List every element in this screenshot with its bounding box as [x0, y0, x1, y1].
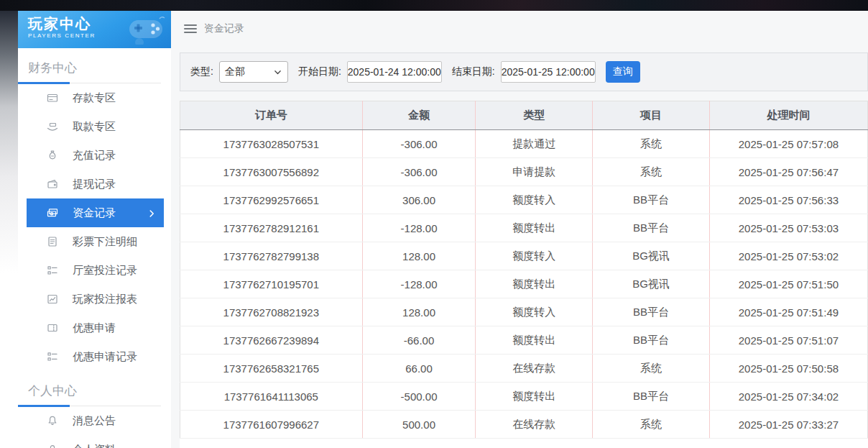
sidebar-item-label: 玩家投注报表	[73, 293, 137, 306]
table-cell: -66.00	[362, 326, 476, 355]
table-cell: 系统	[593, 355, 710, 383]
section-divider	[18, 406, 161, 406]
records-table-body: 1737763028507531-306.00提款通过系统2025-01-25 …	[180, 130, 868, 439]
sidebar-item-player-report[interactable]: 玩家投注报表	[27, 285, 164, 314]
withdraw-zone-icon	[47, 121, 58, 132]
sidebar-item-announcements[interactable]: 消息公告	[27, 406, 164, 435]
table-cell: BB平台	[593, 214, 710, 242]
table-cell: 1737762667239894	[180, 326, 363, 355]
main-content: 资金记录 类型: 全部 开始日期: 结束日期: 查询 订单号金额类型项目处理时间	[171, 11, 868, 448]
table-cell: 1737762658321765	[180, 355, 363, 383]
records-table: 订单号金额类型项目处理时间 1737763028507531-306.00提款通…	[180, 101, 868, 439]
table-row: 1737762708821923128.00额度转入BB平台2025-01-25…	[180, 298, 868, 326]
table-cell: BG视讯	[593, 242, 710, 270]
sidebar-item-label: 彩票下注明细	[73, 235, 137, 249]
start-date-label: 开始日期:	[298, 65, 341, 78]
sidebar-item-label: 充值记录	[73, 149, 116, 163]
sidebar-item-profile[interactable]: 个人资料	[27, 435, 164, 448]
table-row: 1737763028507531-306.00提款通过系统2025-01-25 …	[180, 130, 868, 158]
table-cell: 额度转出	[476, 214, 593, 242]
table-header-row: 订单号金额类型项目处理时间	[180, 101, 868, 130]
sidebar-nav: 财务中心存款专区取款专区充值记录提现记录资金记录彩票下注明细厅室投注记录玩家投注…	[18, 48, 171, 448]
table-cell: 2025-01-25 07:56:33	[709, 186, 867, 214]
table-cell: 系统	[593, 158, 710, 186]
recharge-records-icon	[47, 150, 58, 161]
table-row: 1737761641113065-500.00额度转出BB平台2025-01-2…	[180, 383, 868, 411]
table-cell: 2025-01-25 07:53:02	[709, 242, 867, 270]
sidebar-item-withdrawal-records[interactable]: 提现记录	[27, 170, 164, 198]
withdrawal-records-icon	[47, 178, 58, 190]
profile-icon	[47, 444, 58, 448]
table-cell: 提款通过	[476, 130, 593, 158]
sidebar-item-hall-bets[interactable]: 厅室投注记录	[27, 256, 164, 285]
records-panel: 订单号金额类型项目处理时间 1737763028507531-306.00提款通…	[180, 101, 868, 448]
sidebar-item-label: 厅室投注记录	[73, 264, 137, 278]
table-cell: -500.00	[362, 383, 476, 411]
lottery-bets-icon	[47, 236, 58, 247]
table-cell: 1737763007556892	[180, 158, 363, 186]
sidebar-section-title: 财务中心	[18, 48, 171, 76]
section-divider	[18, 83, 161, 83]
table-cell: 2025-01-25 07:51:50	[709, 270, 867, 298]
table-cell: -306.00	[362, 130, 476, 158]
table-row: 1737762710195701-128.00额度转出BG视讯2025-01-2…	[180, 270, 868, 298]
table-row: 1737762782799138128.00额度转入BG视讯2025-01-25…	[180, 242, 868, 270]
sidebar-item-promo-apply[interactable]: 优惠申请	[27, 314, 164, 342]
sidebar-item-deposit-zone[interactable]: 存款专区	[27, 83, 164, 112]
gamepad-icon	[125, 13, 167, 45]
table-cell: 128.00	[362, 298, 476, 326]
announcements-icon	[47, 415, 58, 426]
sidebar: 玩家中心 PLAYERS CENTER 财务中心存款专区取款专区充值记录提现记录…	[18, 11, 171, 448]
table-cell: 1737763028507531	[180, 130, 363, 158]
topbar: 资金记录	[171, 11, 868, 47]
filter-bar: 类型: 全部 开始日期: 结束日期: 查询	[180, 52, 868, 91]
page-title: 资金记录	[204, 22, 244, 35]
app-window: 玩家中心 PLAYERS CENTER 财务中心存款专区取款专区充值记录提现记录…	[18, 11, 868, 448]
table-row: 1737762992576651306.00额度转入BB平台2025-01-25…	[180, 186, 868, 214]
table-cell: 2025-01-25 07:56:47	[709, 158, 867, 186]
table-cell: 1737762992576651	[180, 186, 363, 214]
table-cell: BB平台	[593, 326, 710, 355]
sidebar-item-lottery-bets[interactable]: 彩票下注明细	[27, 227, 164, 256]
table-cell: 66.00	[362, 355, 476, 383]
chevron-down-icon	[273, 68, 282, 77]
table-cell: BB平台	[593, 186, 710, 214]
table-cell: 系统	[593, 130, 710, 158]
table-cell: 500.00	[362, 411, 476, 439]
table-cell: -306.00	[362, 158, 476, 186]
column-header: 订单号	[180, 101, 363, 130]
table-cell: 1737762710195701	[180, 270, 363, 298]
hall-bets-icon	[47, 265, 58, 276]
player-report-icon	[47, 293, 58, 305]
column-header: 处理时间	[709, 101, 867, 130]
table-row: 1737762667239894-66.00额度转出BB平台2025-01-25…	[180, 326, 868, 355]
type-select-value: 全部	[225, 65, 245, 78]
sidebar-item-recharge-records[interactable]: 充值记录	[27, 141, 164, 170]
table-cell: 2025-01-25 07:57:08	[709, 130, 867, 158]
sidebar-item-label: 取款专区	[73, 120, 116, 134]
deposit-zone-icon	[47, 92, 58, 104]
sidebar-item-withdraw-zone[interactable]: 取款专区	[27, 112, 164, 141]
end-date-input[interactable]	[501, 61, 596, 83]
sidebar-item-fund-records[interactable]: 资金记录	[27, 198, 164, 227]
sidebar-section-title: 个人中心	[18, 371, 171, 399]
start-date-input[interactable]	[347, 61, 442, 83]
table-cell: 128.00	[362, 242, 476, 270]
sidebar-item-label: 存款专区	[73, 91, 116, 105]
type-select[interactable]: 全部	[219, 61, 288, 83]
menu-toggle-icon[interactable]	[184, 24, 197, 33]
table-cell: BB平台	[593, 383, 710, 411]
column-header: 项目	[593, 101, 710, 130]
table-cell: 额度转出	[476, 270, 593, 298]
table-cell: 申请提款	[476, 158, 593, 186]
table-cell: 额度转出	[476, 326, 593, 355]
table-cell: 1737761641113065	[180, 383, 363, 411]
sidebar-item-promo-records[interactable]: 优惠申请记录	[27, 342, 164, 371]
page-left-gutter	[0, 11, 18, 448]
chevron-right-icon	[147, 208, 157, 219]
table-cell: 1737762708821923	[180, 298, 363, 326]
sidebar-item-label: 提现记录	[73, 178, 116, 191]
search-button[interactable]: 查询	[606, 61, 640, 83]
table-cell: BG视讯	[593, 270, 710, 298]
fund-records-icon	[47, 207, 58, 219]
